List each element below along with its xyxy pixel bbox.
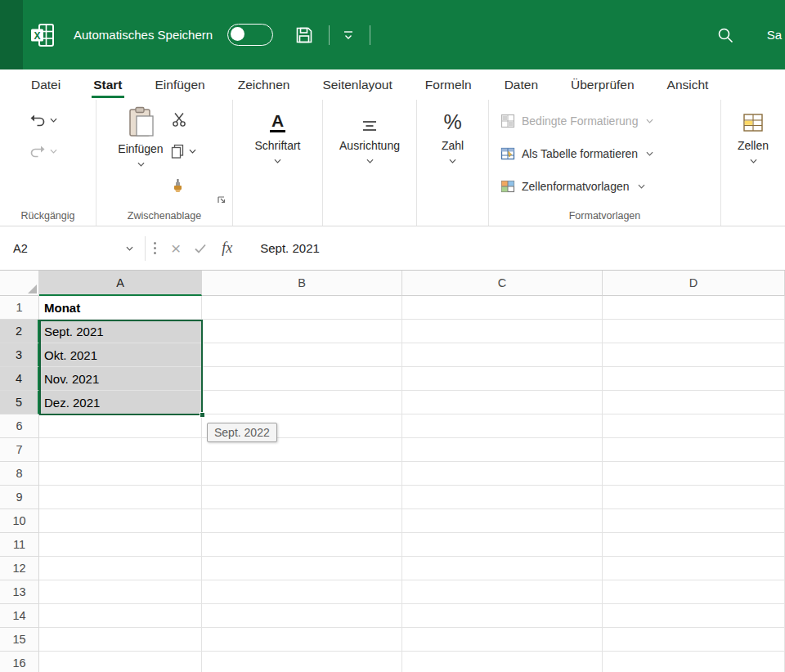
row-header-6[interactable]: 6 bbox=[0, 414, 39, 438]
cell-C15[interactable] bbox=[402, 628, 603, 652]
cell-B1[interactable] bbox=[202, 296, 402, 320]
row-header-2[interactable]: 2 bbox=[0, 320, 39, 343]
cell-A14[interactable] bbox=[39, 604, 202, 628]
row-header-13[interactable]: 13 bbox=[0, 580, 39, 604]
enter-icon[interactable] bbox=[194, 243, 207, 254]
cell-C11[interactable] bbox=[402, 533, 603, 557]
cell-D12[interactable] bbox=[603, 557, 785, 580]
cell-A9[interactable] bbox=[39, 486, 202, 509]
cell-C16[interactable] bbox=[402, 652, 603, 672]
column-header-A[interactable]: A bbox=[39, 271, 202, 296]
cell-C10[interactable] bbox=[402, 509, 603, 533]
undo-button[interactable] bbox=[29, 113, 57, 128]
cell-D3[interactable] bbox=[603, 343, 785, 367]
cell-D9[interactable] bbox=[603, 486, 785, 509]
tab-zeichnen[interactable]: Zeichnen bbox=[236, 72, 292, 98]
cell-C6[interactable] bbox=[402, 414, 603, 438]
quick-access-dropdown-icon[interactable] bbox=[342, 29, 355, 41]
cell-D8[interactable] bbox=[603, 462, 785, 486]
fill-handle[interactable] bbox=[200, 412, 205, 418]
row-header-9[interactable]: 9 bbox=[0, 486, 39, 509]
cell-B8[interactable] bbox=[202, 462, 402, 486]
cell-D13[interactable] bbox=[603, 580, 785, 604]
cancel-icon[interactable]: × bbox=[171, 240, 181, 257]
cell-A11[interactable] bbox=[39, 533, 202, 557]
tab-start[interactable]: Start bbox=[92, 72, 123, 98]
cell-A15[interactable] bbox=[39, 628, 202, 652]
cell-C5[interactable] bbox=[402, 391, 603, 414]
cell-B4[interactable] bbox=[202, 367, 402, 391]
row-header-10[interactable]: 10 bbox=[0, 509, 39, 533]
cell-D1[interactable] bbox=[603, 296, 785, 320]
cell-D11[interactable] bbox=[603, 533, 785, 557]
dialog-launcher-icon[interactable] bbox=[217, 195, 227, 204]
formula-bar-options-icon[interactable] bbox=[154, 242, 156, 254]
cell-D7[interactable] bbox=[603, 438, 785, 462]
cell-A4[interactable]: Nov. 2021 bbox=[39, 367, 202, 391]
save-icon[interactable] bbox=[294, 25, 314, 45]
format-as-table-button[interactable]: Als Tabelle formatieren bbox=[500, 146, 653, 161]
search-icon[interactable] bbox=[716, 26, 734, 44]
cell-A13[interactable] bbox=[39, 580, 202, 604]
tab-seitenlayout[interactable]: Seitenlayout bbox=[321, 72, 393, 98]
row-header-5[interactable]: 5 bbox=[0, 391, 39, 414]
row-header-1[interactable]: 1 bbox=[0, 296, 39, 320]
cell-D15[interactable] bbox=[603, 628, 785, 652]
cell-B9[interactable] bbox=[202, 486, 402, 509]
tab-überprüfen[interactable]: Überprüfen bbox=[569, 72, 636, 98]
tab-einfügen[interactable]: Einfügen bbox=[154, 72, 207, 98]
cell-B3[interactable] bbox=[202, 343, 402, 367]
cell-A16[interactable] bbox=[39, 652, 202, 672]
cell-B12[interactable] bbox=[202, 557, 402, 580]
cut-button[interactable] bbox=[172, 112, 186, 127]
paste-button[interactable]: Einfügen bbox=[111, 106, 170, 170]
insert-function-icon[interactable]: fx bbox=[222, 240, 232, 257]
alignment-button[interactable]: Ausrichtung bbox=[323, 100, 416, 167]
cell-A8[interactable] bbox=[39, 462, 202, 486]
cell-D14[interactable] bbox=[603, 604, 785, 628]
row-header-15[interactable]: 15 bbox=[0, 628, 39, 652]
format-painter-button[interactable] bbox=[172, 178, 186, 193]
row-header-11[interactable]: 11 bbox=[0, 533, 39, 557]
cell-A2[interactable]: Sept. 2021 bbox=[39, 320, 202, 343]
tab-datei[interactable]: Datei bbox=[29, 72, 62, 98]
cells-button[interactable]: Zellen bbox=[721, 100, 785, 167]
column-header-C[interactable]: C bbox=[402, 271, 603, 296]
select-all-corner[interactable] bbox=[0, 271, 39, 296]
cell-styles-button[interactable]: Zellenformatvorlagen bbox=[500, 179, 645, 194]
cell-B11[interactable] bbox=[202, 533, 402, 557]
copy-button[interactable] bbox=[170, 144, 196, 159]
cell-D10[interactable] bbox=[603, 509, 785, 533]
cell-B5[interactable] bbox=[202, 391, 402, 414]
cell-B10[interactable] bbox=[202, 509, 402, 533]
cell-D6[interactable] bbox=[603, 414, 785, 438]
row-header-3[interactable]: 3 bbox=[0, 343, 39, 367]
redo-button[interactable] bbox=[29, 144, 57, 159]
cell-B16[interactable] bbox=[202, 652, 402, 672]
formula-content[interactable]: Sept. 2021 bbox=[260, 241, 320, 255]
cell-D2[interactable] bbox=[603, 320, 785, 343]
cell-C3[interactable] bbox=[402, 343, 603, 367]
cell-A6[interactable] bbox=[39, 414, 202, 438]
cell-D4[interactable] bbox=[603, 367, 785, 391]
cell-A7[interactable] bbox=[39, 438, 202, 462]
cell-C7[interactable] bbox=[402, 438, 603, 462]
cell-B14[interactable] bbox=[202, 604, 402, 628]
cell-C2[interactable] bbox=[402, 320, 603, 343]
row-header-14[interactable]: 14 bbox=[0, 604, 39, 628]
excel-app-icon[interactable]: X bbox=[29, 22, 56, 48]
cell-D5[interactable] bbox=[603, 391, 785, 414]
cell-A3[interactable]: Okt. 2021 bbox=[39, 343, 202, 367]
cell-C1[interactable] bbox=[402, 296, 603, 320]
cell-C12[interactable] bbox=[402, 557, 603, 580]
row-header-8[interactable]: 8 bbox=[0, 462, 39, 486]
cell-A5[interactable]: Dez. 2021 bbox=[39, 391, 202, 414]
cell-B13[interactable] bbox=[202, 580, 402, 604]
row-header-12[interactable]: 12 bbox=[0, 557, 39, 580]
autosave-toggle[interactable] bbox=[227, 24, 273, 46]
column-header-D[interactable]: D bbox=[603, 271, 785, 296]
font-button[interactable]: A Schriftart bbox=[233, 100, 322, 167]
cell-A10[interactable] bbox=[39, 509, 202, 533]
tab-formeln[interactable]: Formeln bbox=[424, 72, 473, 98]
cell-B15[interactable] bbox=[202, 628, 402, 652]
